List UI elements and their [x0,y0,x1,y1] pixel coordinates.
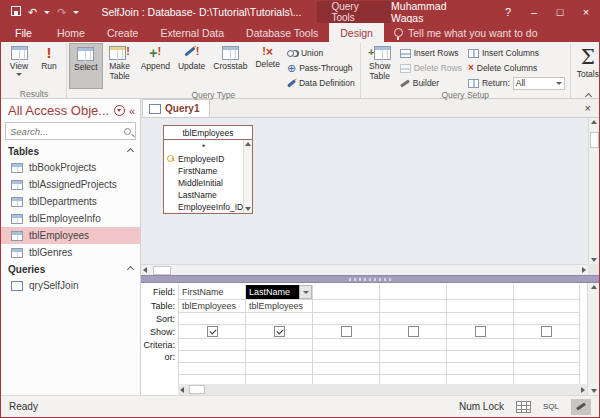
show-checkbox[interactable] [207,326,218,337]
table-cell[interactable] [313,300,379,313]
view-button[interactable]: View [4,43,34,89]
tab-home[interactable]: Home [46,23,96,42]
nav-section-queries[interactable]: Queries [1,261,140,277]
save-icon[interactable] [11,6,21,18]
show-cell[interactable] [380,325,446,339]
pass-through-button[interactable]: ⊕ Pass-Through [284,61,358,75]
table-cell[interactable] [380,300,446,313]
sort-cell[interactable] [380,313,446,325]
scrollbar-thumb[interactable] [590,132,599,148]
shutter-bar-close-icon[interactable]: « [129,105,135,117]
scrollbar-thumb[interactable] [189,385,205,394]
or-cell[interactable] [246,351,312,363]
crosstab-button[interactable]: Crosstab [209,43,251,89]
datasheet-view-button[interactable] [516,401,531,413]
delete-button[interactable]: !× Delete [251,43,284,89]
scroll-right-icon[interactable] [582,267,586,273]
tab-database-tools[interactable]: Database Tools [235,23,329,42]
scroll-down-icon[interactable] [591,389,597,393]
criteria-cell[interactable] [246,339,312,351]
criteria-cell[interactable] [313,339,379,351]
scroll-up-icon[interactable] [245,142,251,146]
nav-item-tblassignedprojects[interactable]: tblAssignedProjects [1,176,140,193]
show-cell[interactable] [447,325,513,339]
scroll-left-icon[interactable] [143,267,147,273]
nav-item-qryselfjoin[interactable]: qrySelfJoin [1,277,140,294]
minimize-button[interactable]: – [521,1,547,23]
tab-file[interactable]: File [1,23,46,42]
union-button[interactable]: Union [284,46,358,60]
maximize-button[interactable]: □ [547,1,573,23]
field-cell[interactable]: FirstName [179,285,245,300]
return-combobox[interactable]: All [513,77,565,90]
or-cell[interactable] [179,351,245,363]
data-definition-button[interactable]: Data Definition [284,76,358,90]
sort-cell[interactable] [447,313,513,325]
undo-icon[interactable]: ↶ [28,7,37,18]
show-checkbox[interactable] [408,326,419,337]
nav-item-tblgenres[interactable]: tblGenres [1,244,140,261]
field-row-employeeinfoid[interactable]: EmployeeInfo_ID [164,201,243,213]
tab-design[interactable]: Design [329,23,384,42]
help-button[interactable]: ? [495,1,521,23]
tab-external-data[interactable]: External Data [149,23,235,42]
design-view-button[interactable] [571,399,591,415]
collapse-ribbon-button[interactable] [586,90,593,95]
scroll-left-icon[interactable] [180,387,184,393]
sort-cell[interactable] [179,313,245,325]
close-button[interactable]: × [573,1,599,23]
or-cell[interactable] [313,351,379,363]
nav-item-tblemployees[interactable]: tblEmployees [1,227,140,244]
field-row-lastname[interactable]: LastName [164,189,243,201]
field-row-employeeid[interactable]: EmployeeID [164,153,243,165]
nav-item-tbbookprojects[interactable]: tbBookProjects [1,159,140,176]
field-cell[interactable] [447,285,513,300]
show-cell[interactable] [514,325,579,339]
or-cell[interactable] [380,351,446,363]
show-table-button[interactable]: + Show Table [363,43,397,89]
nav-search-box[interactable] [5,122,136,140]
pane-splitter[interactable] [141,275,599,283]
scroll-right-icon[interactable] [581,387,585,393]
user-name[interactable]: Muhammad Waqas [391,0,469,24]
table-cell[interactable]: tblEmployees [179,300,245,313]
show-cell[interactable] [179,325,245,339]
close-document-icon[interactable]: × [585,102,599,117]
grid-vertical-scrollbar[interactable] [587,283,599,395]
show-checkbox[interactable] [541,326,552,337]
builder-button[interactable]: Builder [397,76,465,90]
show-checkbox[interactable] [475,326,486,337]
or-cell[interactable] [447,351,513,363]
collapse-tables-icon[interactable] [127,148,134,155]
design-horizontal-scrollbar[interactable] [141,264,588,275]
append-button[interactable]: +! Append [137,43,174,89]
field-cell[interactable] [313,285,379,300]
undo-dropdown-icon[interactable] [44,11,50,14]
update-button[interactable]: ! Update [174,43,209,89]
nav-pane-title[interactable]: All Access Obje... [8,103,114,118]
collapse-queries-icon[interactable] [127,266,134,273]
criteria-cell[interactable] [380,339,446,351]
table-cell[interactable] [447,300,513,313]
scrollbar-thumb[interactable] [153,266,171,275]
or-cell[interactable] [514,351,579,363]
totals-button[interactable]: Σ Totals [573,43,600,89]
table-cell[interactable]: tblEmployees [246,300,312,313]
grid-horizontal-scrollbar[interactable] [178,384,587,395]
delete-columns-button[interactable]: × Delete Columns [465,61,568,75]
select-button[interactable]: Select [69,43,103,89]
sort-cell[interactable] [246,313,312,325]
show-cell[interactable] [246,325,312,339]
show-cell[interactable] [313,325,379,339]
nav-item-tbldepartments[interactable]: tblDepartments [1,193,140,210]
query1-tab[interactable]: Query1 [142,99,210,117]
query-tools-contextual-tab[interactable]: Query Tools [317,1,391,23]
field-row-middleinitial[interactable]: MiddleInitial [164,177,243,189]
insert-rows-button[interactable]: Insert Rows [397,46,465,60]
qat-customize-icon[interactable] [73,11,79,14]
tab-create[interactable]: Create [96,23,150,42]
criteria-cell[interactable] [447,339,513,351]
show-checkbox[interactable] [274,326,285,337]
scroll-down-icon[interactable] [591,258,597,262]
run-button[interactable]: ! Run [34,43,64,89]
